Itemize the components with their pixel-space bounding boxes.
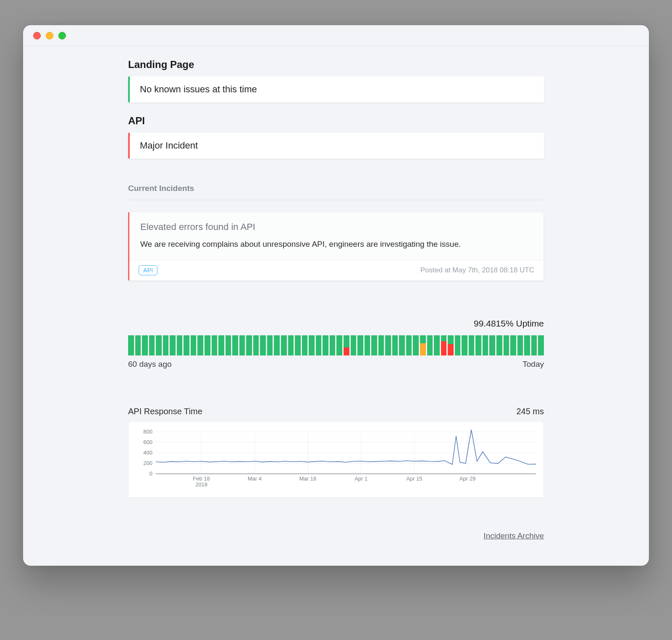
uptime-bar[interactable] [274,335,280,355]
uptime-bar[interactable] [357,335,363,355]
svg-text:Apr 15: Apr 15 [406,475,422,482]
window-titlebar [23,25,649,46]
uptime-bar[interactable] [441,335,447,355]
uptime-bar[interactable] [323,335,328,355]
uptime-percent-label: 99.4815% Uptime [128,319,544,329]
uptime-bar[interactable] [142,335,148,355]
uptime-bar[interactable] [281,335,287,355]
uptime-bar[interactable] [149,335,155,355]
uptime-bar[interactable] [191,335,197,355]
status-card-landing-page: No known issues at this time [128,76,544,102]
response-time-title: API Response Time [128,407,202,416]
app-window: Landing Page No known issues at this tim… [23,25,649,566]
uptime-bar[interactable] [496,335,502,355]
container: Landing Page No known issues at this tim… [128,59,544,541]
uptime-left-label: 60 days ago [128,360,172,369]
divider [128,200,544,200]
service-title: Landing Page [128,59,544,71]
uptime-bar[interactable] [504,335,509,355]
content-area: Landing Page No known issues at this tim… [23,46,649,566]
uptime-bar[interactable] [448,335,454,355]
uptime-bar[interactable] [336,335,342,355]
uptime-labels: 60 days ago Today [128,360,544,369]
uptime-right-label: Today [522,360,544,369]
uptime-bar[interactable] [205,335,210,355]
uptime-bar[interactable] [295,335,301,355]
uptime-bar[interactable] [316,335,322,355]
uptime-bar[interactable] [517,335,523,355]
uptime-bar[interactable] [455,335,461,355]
uptime-bar[interactable] [406,335,412,355]
response-time-chart: 0200400600800Feb 182018Mar 4Mar 18Apr 1A… [133,429,540,488]
uptime-bar[interactable] [197,335,203,355]
svg-text:Mar 4: Mar 4 [248,475,262,482]
uptime-bar[interactable] [399,335,405,355]
uptime-bar[interactable] [413,335,419,355]
uptime-bar[interactable] [246,335,252,355]
svg-text:2018: 2018 [195,481,207,488]
incidents-archive-link[interactable]: Incidents Archive [128,531,544,541]
uptime-bar[interactable] [253,335,259,355]
incident-timestamp: Posted at May 7th, 2018 08:18 UTC [420,266,534,274]
uptime-bar[interactable] [475,335,481,355]
uptime-bar[interactable] [531,335,537,355]
uptime-bar[interactable] [226,335,231,355]
incident-body: Elevated errors found in API We are rece… [129,212,543,260]
svg-text:400: 400 [143,449,152,456]
traffic-light-zoom-icon[interactable] [58,32,66,39]
uptime-bar[interactable] [288,335,294,355]
uptime-bar[interactable] [170,335,176,355]
uptime-bar[interactable] [218,335,224,355]
uptime-bar[interactable] [302,335,308,355]
uptime-bar[interactable] [267,335,273,355]
service-title: API [128,115,544,127]
svg-text:0: 0 [150,470,152,477]
uptime-bar[interactable] [371,335,377,355]
uptime-bar[interactable] [420,335,426,355]
uptime-bar[interactable] [309,335,315,355]
uptime-bars [128,335,544,355]
uptime-bar[interactable] [184,335,189,355]
uptime-bar[interactable] [128,335,134,355]
uptime-bar[interactable] [330,335,336,355]
uptime-bar[interactable] [510,335,516,355]
uptime-bar[interactable] [462,335,467,355]
uptime-bar[interactable] [344,335,349,355]
status-card-api: Major Incident [128,133,544,159]
svg-text:Feb 18: Feb 18 [193,475,210,482]
uptime-bar[interactable] [524,335,530,355]
uptime-bar[interactable] [212,335,218,355]
incident-desc: We are receiving complains about unrespo… [140,238,533,251]
svg-text:800: 800 [143,429,152,435]
uptime-bar[interactable] [385,335,391,355]
response-time-section: API Response Time 245 ms 0200400600800Fe… [128,407,544,498]
uptime-bar[interactable] [434,335,440,355]
svg-text:Mar 18: Mar 18 [299,475,316,482]
svg-text:Apr 1: Apr 1 [354,475,368,482]
uptime-bar[interactable] [351,335,357,355]
uptime-bar[interactable] [163,335,169,355]
traffic-light-close-icon[interactable] [33,32,41,39]
uptime-bar[interactable] [378,335,384,355]
uptime-bar[interactable] [392,335,398,355]
uptime-bar[interactable] [538,335,544,355]
status-text: Major Incident [140,140,198,151]
response-time-header: API Response Time 245 ms [128,407,544,416]
uptime-bar[interactable] [365,335,370,355]
response-time-chart-card: 0200400600800Feb 182018Mar 4Mar 18Apr 1A… [128,421,544,498]
incident-title: Elevated errors found in API [140,222,533,232]
current-incidents-heading: Current Incidents [128,184,544,193]
uptime-bar[interactable] [135,335,141,355]
incident-tag[interactable]: API [139,265,158,275]
uptime-bar[interactable] [156,335,162,355]
uptime-bar[interactable] [177,335,183,355]
uptime-bar[interactable] [232,335,238,355]
svg-text:200: 200 [143,460,152,466]
uptime-bar[interactable] [427,335,433,355]
uptime-bar[interactable] [260,335,266,355]
uptime-bar[interactable] [483,335,488,355]
traffic-light-minimize-icon[interactable] [46,32,53,39]
uptime-bar[interactable] [239,335,245,355]
uptime-bar[interactable] [489,335,495,355]
uptime-bar[interactable] [469,335,475,355]
